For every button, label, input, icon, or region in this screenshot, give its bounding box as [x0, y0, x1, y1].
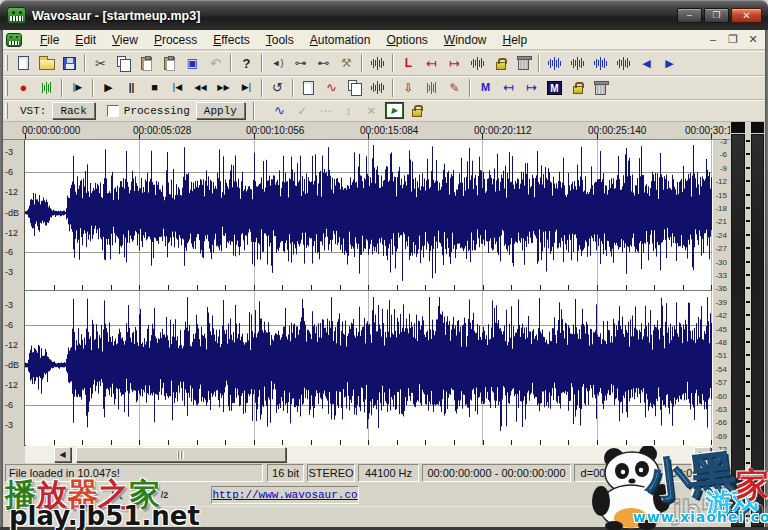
- close-button[interactable]: ✕: [731, 8, 762, 23]
- zoom-in-button[interactable]: [566, 53, 589, 74]
- spectrum-button[interactable]: [366, 77, 389, 98]
- paste-button[interactable]: [135, 53, 158, 74]
- menu-item-edit[interactable]: Edit: [67, 31, 104, 49]
- zoom-half-button[interactable]: /2: [153, 485, 176, 506]
- vst-apply-button[interactable]: Apply: [196, 102, 245, 119]
- loop-playback-button[interactable]: ↺: [266, 77, 289, 98]
- menu-item-automation[interactable]: Automation: [302, 31, 379, 49]
- auto-detect-region-button[interactable]: [420, 77, 443, 98]
- maximize-button[interactable]: ❐: [704, 8, 729, 23]
- wavosaur-link[interactable]: http://www.wavosaur.co: [212, 489, 357, 501]
- zoom-all-button[interactable]: [612, 53, 635, 74]
- loop-point-button[interactable]: L: [397, 53, 420, 74]
- record-button[interactable]: ●: [12, 77, 35, 98]
- new-file-button[interactable]: [12, 53, 35, 74]
- toolbar-separator: [261, 54, 263, 72]
- delete-markers-button[interactable]: [589, 77, 612, 98]
- timeline-ruler[interactable]: 00:00:00:00000:00:05:02800:00:10:05600:0…: [3, 122, 730, 140]
- waveform-canvas[interactable]: [25, 140, 712, 445]
- undo-button[interactable]: ↶: [204, 53, 227, 74]
- vst-lock-button[interactable]: [406, 100, 429, 121]
- horizontal-scrollbar[interactable]: ◀ ▶: [25, 446, 712, 463]
- envelope-apply-button[interactable]: ✓: [291, 100, 314, 121]
- zoom-tool-button[interactable]: [107, 485, 130, 506]
- normalize-button[interactable]: ⇩: [397, 77, 420, 98]
- prev-marker-button[interactable]: ↤: [497, 77, 520, 98]
- play-from-cursor-button[interactable]: |▶: [66, 77, 89, 98]
- go-start-button[interactable]: |◀: [166, 77, 189, 98]
- status-selection-duration: d=00:00:00:000: [574, 464, 664, 482]
- stop-button[interactable]: ■: [143, 77, 166, 98]
- scroll-thumb[interactable]: [76, 447, 286, 462]
- vst-play-button[interactable]: ▶: [383, 100, 406, 121]
- play-button[interactable]: ▶: [97, 77, 120, 98]
- menu-item-help[interactable]: Help: [495, 31, 536, 49]
- vu-scale-label: -69: [715, 431, 727, 440]
- vst-processing-checkbox[interactable]: [107, 105, 119, 117]
- paste-special-button[interactable]: [158, 53, 181, 74]
- zoom-selection-button[interactable]: [543, 53, 566, 74]
- trim-button[interactable]: ▣: [181, 53, 204, 74]
- menu-item-effects[interactable]: Effects: [205, 31, 257, 49]
- menu-item-view[interactable]: View: [104, 31, 146, 49]
- scroll-right-button[interactable]: ▶: [694, 447, 711, 462]
- menu-item-options[interactable]: Options: [378, 31, 435, 49]
- pause-button[interactable]: ||: [120, 77, 143, 98]
- monitor-input-button[interactable]: [35, 77, 58, 98]
- insert-file-button[interactable]: [297, 77, 320, 98]
- patch-out-button[interactable]: ⊷: [312, 53, 335, 74]
- toolbar-separator: [392, 54, 394, 72]
- rewind-button[interactable]: ◀◀: [189, 77, 212, 98]
- toolbar-grip[interactable]: [5, 55, 8, 71]
- vu-scale-label: -18: [715, 204, 727, 213]
- mdi-minimize-button[interactable]: –: [706, 32, 720, 47]
- go-end-button[interactable]: ▶|: [235, 77, 258, 98]
- zoom-out-button[interactable]: [589, 53, 612, 74]
- envelope-editor-button[interactable]: ∿: [268, 100, 291, 121]
- help-button[interactable]: ?: [235, 53, 258, 74]
- minimize-button[interactable]: –: [677, 8, 702, 23]
- zoom-x2-button[interactable]: ×2: [130, 485, 153, 506]
- lock-loop-button[interactable]: [489, 53, 512, 74]
- db-label: -6: [5, 247, 13, 257]
- wavosaur-window: Wavosaur - [startmeup.mp3] – ❐ ✕ FileEdi…: [0, 0, 768, 530]
- loop-end-button[interactable]: ↦: [443, 53, 466, 74]
- copy-button[interactable]: [112, 53, 135, 74]
- prev-view-button[interactable]: ◀: [635, 53, 658, 74]
- delete-loop-button[interactable]: [512, 53, 535, 74]
- marker-button[interactable]: M: [474, 77, 497, 98]
- lock-markers-button[interactable]: [566, 77, 589, 98]
- statistics-button[interactable]: ∿: [320, 77, 343, 98]
- menu-item-tools[interactable]: Tools: [258, 31, 302, 49]
- mdi-close-button[interactable]: ✕: [746, 32, 760, 47]
- next-marker-button[interactable]: ↦: [520, 77, 543, 98]
- menu-item-file[interactable]: File: [32, 31, 67, 49]
- next-view-button[interactable]: ▶: [658, 53, 681, 74]
- loop-markers-button[interactable]: [466, 53, 489, 74]
- loop-start-button[interactable]: ↤: [420, 53, 443, 74]
- patch-in-button[interactable]: ⊶: [289, 53, 312, 74]
- audio-config-button[interactable]: ◄): [266, 53, 289, 74]
- envelope-scale-button[interactable]: ↕: [337, 100, 360, 121]
- mdi-restore-button[interactable]: ❐: [726, 32, 740, 47]
- toolbar-grip[interactable]: [5, 103, 8, 119]
- ruler-timestamp: 00:00:00:000: [22, 125, 80, 136]
- forward-button[interactable]: ▶▶: [212, 77, 235, 98]
- menu-item-window[interactable]: Window: [436, 31, 495, 49]
- options-wrench-button[interactable]: ⚒: [335, 53, 358, 74]
- envelope-delete-button[interactable]: ×: [360, 100, 383, 121]
- marker-select-button[interactable]: M: [543, 77, 566, 98]
- pencil-tool-button[interactable]: ✎: [443, 77, 466, 98]
- open-file-button[interactable]: [35, 53, 58, 74]
- vst-rack-button[interactable]: Rack: [52, 102, 94, 119]
- toolbar-grip[interactable]: [5, 80, 8, 96]
- save-file-button[interactable]: [58, 53, 81, 74]
- vu-scale-label: -6: [720, 150, 727, 159]
- menu-item-process[interactable]: Process: [146, 31, 205, 49]
- envelope-options-button[interactable]: ⋯: [314, 100, 337, 121]
- batch-processor-button[interactable]: [343, 77, 366, 98]
- cut-button[interactable]: ✂: [89, 53, 112, 74]
- waveform-view-button[interactable]: [366, 53, 389, 74]
- document-icon[interactable]: [6, 33, 22, 47]
- scroll-left-button[interactable]: ◀: [54, 447, 71, 462]
